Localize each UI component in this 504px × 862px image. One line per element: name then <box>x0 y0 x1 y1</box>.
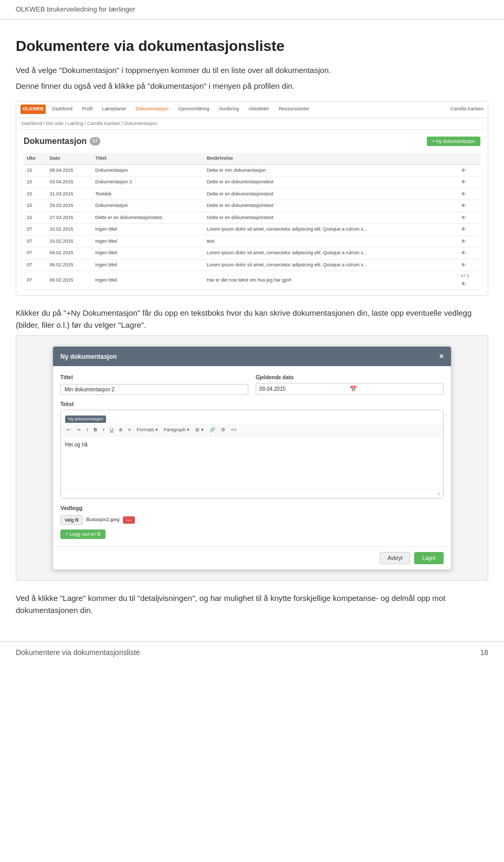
view-icon[interactable]: 👁 <box>461 281 466 287</box>
vedlegg-label: Vedlegg <box>60 504 444 513</box>
cell-uke: 15 <box>24 188 47 200</box>
tittel-input[interactable] <box>60 384 248 395</box>
toolbar-paragraph[interactable]: Paragraph ▾ <box>162 426 192 434</box>
cell-dato: 29.03.2015 <box>47 200 92 212</box>
calendar-icon[interactable]: 📅 <box>350 385 440 393</box>
col-tittel: Tittel <box>92 153 204 164</box>
cell-beskrivelse: Dette er en dokumentasjonstest <box>204 188 458 200</box>
toolbar-code[interactable]: <> <box>229 426 238 434</box>
table-row: 07 10.02.2015 Ingen tittel Lorem ipsum d… <box>24 224 480 236</box>
cell-uke: 15 <box>24 212 47 224</box>
col-uke: Uke <box>24 153 47 164</box>
cell-actions: 👁 <box>458 224 480 236</box>
cell-beskrivelse: Har er det noe tekst om hva jeg har gjor… <box>204 271 458 290</box>
save-button[interactable]: Lagre <box>414 552 444 564</box>
nav-gjennomforing[interactable]: Gjennomføring <box>176 105 212 114</box>
cancel-button[interactable]: Avbryt <box>380 552 410 564</box>
toolbar-italic-i[interactable]: I <box>85 426 90 434</box>
cell-uke: 07 <box>24 247 47 259</box>
col-beskrivelse: Beskrivelse <box>204 153 458 164</box>
cell-uke: 07 <box>24 224 47 236</box>
cell-tittel: Ingen tittel <box>92 247 204 259</box>
nav-dokumentasjon[interactable]: Dokumentasjon <box>134 105 171 114</box>
toolbar-settings[interactable]: ⚙ <box>219 426 227 434</box>
choose-file-button[interactable]: Velg fil <box>60 515 83 525</box>
cell-actions: 👁 <box>458 247 480 259</box>
tag-icon: 🏷1 <box>461 273 477 280</box>
editor-footer: p <box>61 489 443 498</box>
cell-actions: 👁 <box>458 259 480 271</box>
cell-beskrivelse: Lorem ipsum dolor sit amet, consectetur … <box>204 224 458 236</box>
main-content: Dokumentere via dokumentasjonsliste Ved … <box>0 19 504 631</box>
view-icon[interactable]: 👁 <box>461 191 466 197</box>
cell-actions: 👁 <box>458 164 480 176</box>
remove-file-button[interactable]: — <box>123 516 135 524</box>
view-icon[interactable]: 👁 <box>461 262 466 268</box>
view-icon[interactable]: 👁 <box>461 179 466 185</box>
toolbar-link[interactable]: 🔗 <box>208 426 217 434</box>
mock-page-title: Dokumentasjon 17 <box>24 135 100 148</box>
table-row: 15 29.03.2015 Dokumentasjon Dette er en … <box>24 200 480 212</box>
breadcrumb: Dashbord / Min side / Lærling / Camilla … <box>16 118 488 130</box>
toolbar-list[interactable]: ≡ <box>127 426 132 434</box>
cell-tittel: Dette er en dokumentasjonstest <box>92 212 204 224</box>
editor-content[interactable]: Hei og hå <box>61 437 443 489</box>
nav-profil[interactable]: Profil <box>80 105 95 114</box>
view-icon[interactable]: 👁 <box>461 168 466 173</box>
toolbar-redo[interactable]: ↪ <box>75 426 82 434</box>
toolbar-bold[interactable]: B <box>92 426 99 434</box>
nav-vurdering[interactable]: Vurdering <box>217 105 242 114</box>
toolbar-italic[interactable]: I <box>101 426 106 434</box>
add-file-button[interactable]: + Legg ved en fil <box>60 529 106 539</box>
mock-page-header-row: Dokumentasjon 17 + Ny dokumentasjon <box>24 135 480 148</box>
tittel-label: Tittel <box>60 373 248 381</box>
nav-items: Dashbord Profil Læreplaner Dokumentasjon… <box>50 105 450 114</box>
mock-navbar: OLKWEB Dashbord Profil Læreplaner Dokume… <box>16 101 488 118</box>
cell-tittel: Ingen tittel <box>92 235 204 247</box>
toolbar-formats[interactable]: Formats ▾ <box>135 426 160 434</box>
view-icon[interactable]: 👁 <box>461 203 466 209</box>
cell-uke: 15 <box>24 200 47 212</box>
col-actions <box>458 153 480 164</box>
cell-actions: 👁 <box>458 235 480 247</box>
nav-ressurssenter[interactable]: Ressurssenter <box>277 105 311 114</box>
cell-tittel: Dokumentasjon <box>92 200 204 212</box>
view-icon[interactable]: 👁 <box>461 226 466 232</box>
bottom-text: Ved å klikke "Lagre" kommer du til "deta… <box>16 593 488 616</box>
toolbar-strikethrough[interactable]: S <box>118 426 124 434</box>
mock-title-text: Dokumentasjon <box>24 135 87 148</box>
view-icon[interactable]: 👁 <box>461 238 466 244</box>
modal-body: Tittel Gjeldende dato 09.04.2015 📅 Tekst <box>53 366 451 546</box>
dato-input-wrapper: 09.04.2015 📅 <box>256 383 444 395</box>
cell-actions: 👁 <box>458 212 480 224</box>
modal-close-button[interactable]: × <box>439 351 444 362</box>
cell-beskrivelse: test <box>204 235 458 247</box>
view-icon[interactable]: 👁 <box>461 215 466 221</box>
table-row: 07 10.02.2015 Ingen tittel test 👁 <box>24 235 480 247</box>
cell-beskrivelse: Dette er min dokumentasjon <box>204 164 458 176</box>
file-row: Velg fil illustasjon2.jpeg — <box>60 515 444 525</box>
new-doc-button[interactable]: + Ny dokumentasjon <box>427 137 480 146</box>
cell-beskrivelse: Lorem ipsum dolor sit amet, consectetur … <box>204 247 458 259</box>
page-title: Dokumentere via dokumentasjonsliste <box>16 35 488 57</box>
view-icon[interactable]: 👁 <box>461 250 466 256</box>
cell-beskrivelse: Dette er en dokumentasjonstest <box>204 176 458 189</box>
nav-aktiviteter[interactable]: Aktiviteter <box>246 105 271 114</box>
modal-title: Ny dokumentasjon <box>60 352 117 361</box>
nav-laereplaner[interactable]: Læreplaner <box>100 105 129 114</box>
toolbar-table[interactable]: ⊞ ▾ <box>194 426 205 434</box>
form-group-tittel: Tittel <box>60 373 248 395</box>
body-text-1: Klikker du på "+Ny Dokumentasjon" får du… <box>16 307 488 331</box>
table-row: 07 06.02.2015 Ingen tittel Har er det no… <box>24 271 480 290</box>
dato-value: 09.04.2015 <box>259 385 350 393</box>
tekst-label: Tekst <box>60 400 444 408</box>
file-name: illustasjon2.jpeg <box>86 516 120 524</box>
modal-header: Ny dokumentasjon × <box>53 347 451 366</box>
cell-actions: 👁 <box>458 200 480 212</box>
toolbar-undo[interactable]: ↩ <box>65 426 72 434</box>
nav-dashbord[interactable]: Dashbord <box>50 105 75 114</box>
toolbar-underline[interactable]: U <box>109 426 116 434</box>
cell-beskrivelse: Dette er en dokumentasjonstest <box>204 212 458 224</box>
table-row: 15 31.03.2015 Testdok Dette er en dokume… <box>24 188 480 200</box>
vedlegg-section: Vedlegg Velg fil illustasjon2.jpeg — + L… <box>60 504 444 539</box>
